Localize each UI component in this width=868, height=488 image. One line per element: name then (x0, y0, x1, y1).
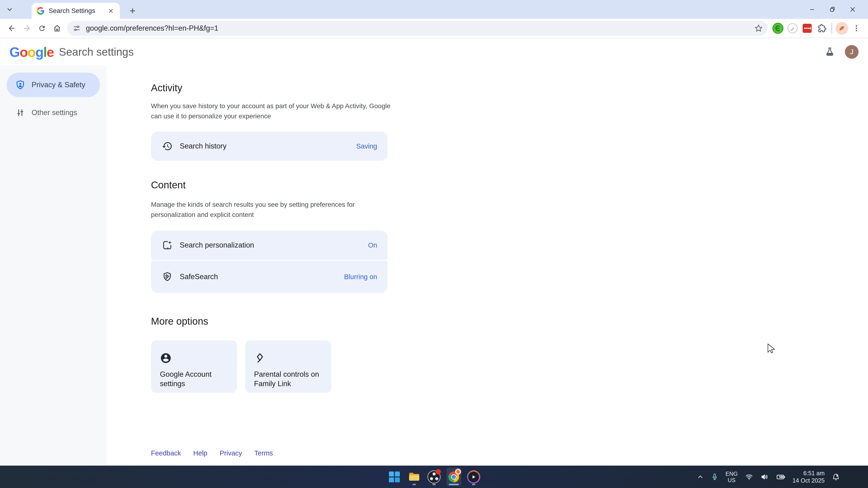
browser-toolbar: google.com/preferences?hl=en-PH&fg=1 (0, 19, 868, 38)
account-avatar[interactable]: J (845, 45, 859, 59)
bookmark-star-icon[interactable] (754, 24, 763, 32)
settings-main: Activity When you save history to your a… (151, 66, 392, 465)
tab-search-button[interactable] (2, 2, 18, 17)
minimize-icon (809, 6, 815, 13)
content-description-line2: personalization and explicit content (151, 209, 392, 220)
option-card-label-line1: Google Account settings (160, 370, 228, 389)
windows-start-icon (389, 471, 400, 483)
tray-overflow-button[interactable] (697, 474, 704, 481)
search-labs-button[interactable] (821, 43, 838, 60)
settings-sliders-icon (9, 108, 32, 118)
row-status: On (368, 241, 377, 249)
url-text[interactable]: google.com/preferences?hl=en-PH&fg=1 (86, 24, 754, 33)
google-logo[interactable]: G o o g l e (9, 44, 54, 60)
wifi-tray-button[interactable] (745, 473, 753, 481)
settings-sidebar: Privacy & Safety Other settings (0, 66, 106, 465)
forward-button[interactable] (19, 21, 34, 36)
family-link-kite-icon (254, 352, 323, 364)
sidebar-item-privacy-safety[interactable]: Privacy & Safety (7, 73, 100, 97)
shield-person-icon (9, 80, 32, 90)
home-button[interactable] (50, 21, 65, 36)
labs-flask-icon (825, 47, 835, 57)
battery-icon (776, 472, 785, 482)
browser-tab[interactable]: Search Settings (32, 3, 120, 19)
row-label: Search personalization (180, 241, 254, 250)
battery-tray-button[interactable] (776, 472, 785, 482)
section-heading-more-options: More options (151, 316, 392, 327)
reload-icon (38, 24, 46, 32)
kebab-menu-icon (852, 24, 861, 33)
tab-close-button[interactable] (106, 6, 116, 15)
pencil-extension-button[interactable] (785, 21, 800, 36)
parental-controls-card[interactable]: Parental controls on Family Link (245, 340, 331, 393)
extensions-button[interactable] (814, 21, 829, 36)
notification-bell-button[interactable] (832, 473, 840, 481)
sidebar-item-other-settings[interactable]: Other settings (7, 103, 100, 122)
personalization-sparkle-icon (162, 240, 173, 251)
terms-link[interactable]: Terms (254, 449, 273, 457)
row-status: Blurring on (344, 273, 377, 281)
running-indicator (472, 484, 475, 485)
chrome-button[interactable] (446, 468, 461, 486)
restore-button[interactable] (822, 0, 842, 19)
media-player-button[interactable] (466, 468, 481, 486)
content-description-line1: Manage the kinds of search results you s… (151, 199, 392, 209)
password-manager-extension-button[interactable] (800, 21, 814, 36)
privacy-link[interactable]: Privacy (220, 449, 242, 457)
obs-button[interactable] (427, 468, 441, 486)
safesearch-row[interactable]: SafeSearch Blurring on (151, 261, 388, 293)
recording-badge (436, 469, 441, 474)
footer-links: Feedback Help Privacy Terms (151, 449, 392, 457)
reload-button[interactable] (34, 21, 50, 36)
windows-taskbar: ENG US 6:51 am 14 Oct 2025 (0, 465, 868, 488)
clock[interactable]: 6:51 am 14 Oct 2025 (793, 469, 825, 484)
page-header: G o o g l e Search settings J (0, 38, 868, 66)
tab-title: Search Settings (49, 7, 106, 14)
media-player-icon (467, 470, 480, 484)
microphone-tray-button[interactable] (711, 473, 718, 481)
back-button[interactable] (4, 21, 19, 36)
file-explorer-button[interactable] (407, 468, 422, 486)
history-icon (162, 141, 173, 152)
language-indicator[interactable]: ENG US (725, 470, 738, 483)
more-options-cards: Google Account settings Parental control… (151, 340, 392, 393)
start-button[interactable] (387, 468, 402, 486)
green-extension-button[interactable] (771, 21, 785, 36)
google-account-settings-card[interactable]: Google Account settings (151, 340, 237, 393)
minimize-button[interactable] (802, 0, 822, 19)
pencil-extension-icon (787, 23, 798, 34)
language-region: US (725, 477, 738, 483)
activity-description-line1: When you save history to your account as… (151, 101, 392, 111)
desktop-screen: Search Settings (0, 0, 868, 488)
browser-menu-button[interactable] (849, 21, 864, 36)
sidebar-item-label: Privacy & Safety (32, 80, 85, 89)
google-favicon (37, 7, 44, 14)
browser-profile-button[interactable] (835, 21, 849, 36)
logo-letter: g (35, 44, 43, 60)
sidebar-item-label: Other settings (32, 108, 77, 117)
notification-bell-icon (832, 473, 840, 481)
account-circle-icon (160, 352, 228, 364)
activity-description: When you save history to your account as… (151, 101, 392, 121)
row-label: SafeSearch (180, 272, 218, 281)
feedback-link[interactable]: Feedback (151, 449, 181, 457)
search-history-row[interactable]: Search history Saving (151, 132, 388, 161)
new-tab-button[interactable] (126, 4, 139, 18)
section-heading-content: Content (151, 179, 392, 191)
safesearch-shield-icon (162, 271, 173, 282)
microphone-icon (711, 473, 718, 481)
section-heading-activity: Activity (151, 82, 392, 94)
activity-description-line2: can use it to personalize your experienc… (151, 111, 392, 121)
window-close-button[interactable] (842, 0, 863, 19)
address-bar[interactable]: google.com/preferences?hl=en-PH&fg=1 (67, 21, 767, 36)
volume-tray-button[interactable] (761, 473, 769, 481)
password-manager-extension-icon (802, 23, 812, 33)
cursor-arrow (766, 343, 777, 354)
search-personalization-row[interactable]: Search personalization On (151, 231, 388, 260)
help-link[interactable]: Help (193, 449, 207, 457)
site-info-tune-icon[interactable] (73, 24, 81, 32)
wifi-icon (745, 473, 753, 481)
chrome-profile-badge (455, 469, 461, 475)
option-card-label-line2: Family Link (254, 379, 323, 389)
window-controls (802, 0, 863, 19)
